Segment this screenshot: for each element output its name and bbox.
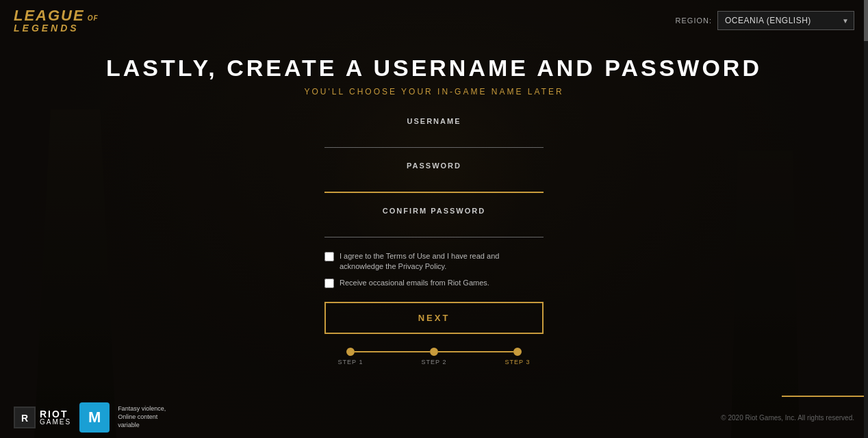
step-3: STEP 3 (513, 348, 522, 356)
step-1: STEP 1 (346, 348, 355, 356)
rating-desc2: Online content (118, 413, 166, 422)
confirm-password-field-group: CONFIRM PASSWORD (324, 207, 544, 237)
copyright: © 2020 Riot Games, Inc. All rights reser… (721, 414, 854, 422)
email-checkbox[interactable] (324, 279, 334, 288)
rating-desc1: Fantasy violence, (118, 405, 166, 413)
next-button[interactable]: NEXT (324, 302, 544, 334)
page-subtitle: YOU'LL CHOOSE YOUR IN-GAME NAME LATER (304, 87, 563, 96)
scrollbar[interactable] (864, 0, 868, 438)
username-label: USERNAME (324, 117, 544, 125)
password-input[interactable] (324, 172, 544, 193)
region-label: REGION: (676, 16, 712, 25)
games-text: GAMES (40, 419, 71, 426)
logo-legends-text: LEGENDS (14, 23, 99, 33)
rating-desc3: variable (118, 422, 166, 430)
registration-form: USERNAME PASSWORD CONFIRM PASSWORD I agr… (324, 117, 544, 361)
footer-left: R RIOT GAMES M Fantasy violence, Online … (14, 402, 166, 433)
footer: R RIOT GAMES M Fantasy violence, Online … (0, 397, 868, 438)
confirm-password-input[interactable] (324, 218, 544, 237)
step-line-1 (355, 351, 430, 352)
region-selector: REGION: OCEANIA (ENGLISH) NA (ENGLISH) E… (676, 11, 854, 30)
region-dropdown-wrap[interactable]: OCEANIA (ENGLISH) NA (ENGLISH) EUW (ENGL… (717, 11, 854, 30)
step-1-label: STEP 1 (338, 359, 363, 365)
logo-of-text: OF (88, 15, 99, 22)
rating-badge: M (79, 402, 110, 433)
step-2: STEP 2 (430, 348, 438, 356)
page-title: LASTLY, CREATE A USERNAME AND PASSWORD (106, 55, 762, 81)
svg-text:R: R (21, 413, 28, 424)
step-2-label: STEP 2 (422, 359, 447, 365)
tos-checkbox-row: I agree to the Terms of Use and I have r… (324, 251, 544, 272)
scrollbar-thumb[interactable] (864, 0, 868, 41)
step-2-circle (430, 348, 438, 356)
logo-league-text: LEAGUE (14, 8, 85, 23)
tos-checkbox[interactable] (324, 252, 334, 261)
checkbox-group: I agree to the Terms of Use and I have r… (324, 251, 544, 288)
riot-logo: R RIOT GAMES (14, 407, 71, 428)
header: LEAGUE OF LEGENDS REGION: OCEANIA (ENGLI… (0, 0, 868, 41)
steps-indicator: STEP 1 STEP 2 STEP 3 (324, 348, 544, 356)
username-input[interactable] (324, 128, 544, 148)
rating-info: Fantasy violence, Online content variabl… (118, 405, 166, 429)
step-line-2 (438, 351, 513, 352)
riot-text: RIOT (40, 409, 71, 419)
tos-label: I agree to the Terms of Use and I have r… (340, 251, 544, 272)
right-accent (782, 396, 864, 397)
step-3-label: STEP 3 (505, 359, 531, 365)
riot-logo-icon: R (14, 407, 36, 428)
page-content: LEAGUE OF LEGENDS REGION: OCEANIA (ENGLI… (0, 0, 868, 438)
confirm-password-label: CONFIRM PASSWORD (324, 207, 544, 215)
email-label: Receive occasional emails from Riot Game… (340, 278, 489, 288)
password-field-group: PASSWORD (324, 162, 544, 193)
username-field-group: USERNAME (324, 117, 544, 148)
password-label: PASSWORD (324, 162, 544, 170)
step-1-circle (346, 348, 355, 356)
logo: LEAGUE OF LEGENDS (14, 8, 99, 33)
riot-logo-svg: R (15, 408, 34, 427)
riot-logo-text: RIOT GAMES (40, 409, 71, 426)
step-3-circle (513, 348, 522, 356)
email-checkbox-row: Receive occasional emails from Riot Game… (324, 278, 544, 288)
logo-row1: LEAGUE OF (14, 8, 99, 23)
main-content: LASTLY, CREATE A USERNAME AND PASSWORD Y… (0, 41, 868, 438)
region-dropdown[interactable]: OCEANIA (ENGLISH) NA (ENGLISH) EUW (ENGL… (717, 11, 854, 30)
